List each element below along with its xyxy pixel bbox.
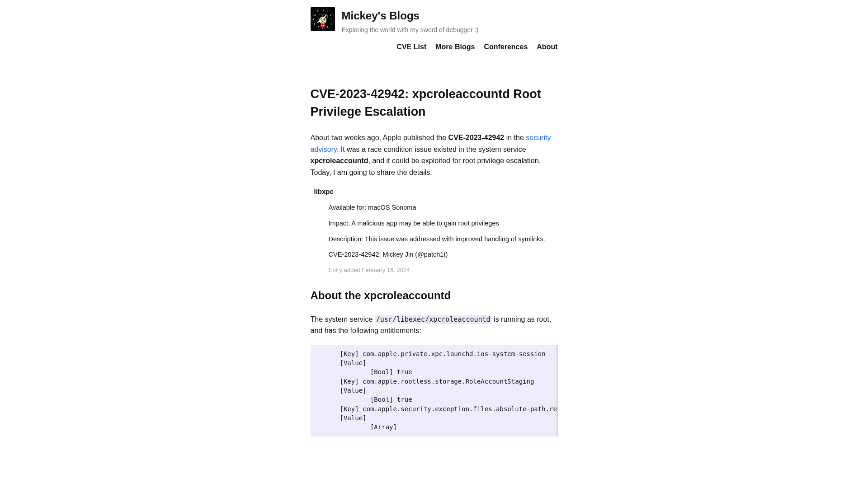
svg-text:12: 12 bbox=[321, 9, 324, 12]
article: CVE-2023-42942: xpcroleaccountd Root Pri… bbox=[311, 85, 558, 436]
system-service-path: /usr/libexec/xpcroleaccountd bbox=[375, 315, 492, 324]
svg-text:7: 7 bbox=[317, 26, 319, 28]
advisory-entry-added: Entry added February 16, 2024 bbox=[311, 266, 558, 275]
system-service-paragraph: The system service /usr/libexec/xpcrolea… bbox=[311, 314, 558, 337]
svg-text:2: 2 bbox=[330, 14, 331, 16]
nav-cve-list[interactable]: CVE List bbox=[396, 42, 426, 52]
intro-text-mid: in the bbox=[504, 134, 526, 141]
intro-paragraph: About two weeks ago, Apple published the… bbox=[311, 132, 558, 178]
site-logo[interactable]: 12 1 2 3 4 5 6 7 8 9 10 11 bbox=[311, 7, 335, 31]
system-service-pre: The system service bbox=[311, 315, 375, 323]
svg-text:8: 8 bbox=[314, 23, 315, 25]
advisory-box: libxpc Available for: macOS Sonoma Impac… bbox=[311, 187, 558, 275]
intro-cve-bold: CVE-2023-42942 bbox=[448, 134, 505, 141]
svg-point-22 bbox=[323, 25, 324, 26]
entitlements-code-block: [Key] com.apple.private.xpc.launchd.ios-… bbox=[311, 345, 558, 436]
intro-service-bold: xpcroleaccountd bbox=[311, 157, 368, 164]
nav-more-blogs[interactable]: More Blogs bbox=[435, 42, 475, 52]
article-body: About two weeks ago, Apple published the… bbox=[311, 132, 558, 436]
svg-rect-20 bbox=[321, 24, 325, 28]
main-nav: CVE List More Blogs Conferences About bbox=[311, 42, 558, 58]
mickey-clock-icon: 12 1 2 3 4 5 6 7 8 9 10 11 bbox=[311, 7, 335, 31]
svg-text:11: 11 bbox=[317, 10, 320, 13]
svg-point-19 bbox=[322, 21, 323, 22]
advisory-available-for: Available for: macOS Sonoma bbox=[311, 203, 558, 213]
advisory-credit: CVE-2023-42942: Mickey Jin (@patch1t) bbox=[311, 250, 558, 260]
svg-text:3: 3 bbox=[331, 18, 332, 21]
advisory-heading: libxpc bbox=[311, 187, 558, 197]
section-heading-about: About the xpcroleaccountd bbox=[311, 287, 558, 304]
svg-text:9: 9 bbox=[312, 18, 314, 21]
intro-text-after-link: . It was a race condition issue existed … bbox=[337, 145, 526, 153]
site-info: Mickey's Blogs Exploring the world with … bbox=[342, 7, 479, 35]
svg-text:1: 1 bbox=[326, 10, 328, 13]
nav-about[interactable]: About bbox=[537, 42, 557, 52]
advisory-description: Description: This issue was addressed wi… bbox=[311, 235, 558, 244]
svg-text:4: 4 bbox=[330, 23, 331, 25]
site-header: 12 1 2 3 4 5 6 7 8 9 10 11 bbox=[311, 7, 558, 35]
nav-conferences[interactable]: Conferences bbox=[484, 42, 528, 52]
intro-text-pre: About two weeks ago, Apple published the bbox=[311, 134, 448, 141]
svg-point-21 bbox=[321, 25, 322, 26]
svg-text:10: 10 bbox=[313, 14, 316, 16]
site-title[interactable]: Mickey's Blogs bbox=[342, 8, 479, 24]
site-tagline: Exploring the world with my sword of deb… bbox=[342, 25, 479, 35]
advisory-impact: Impact: A malicious app may be able to g… bbox=[311, 219, 558, 229]
article-title: CVE-2023-42942: xpcroleaccountd Root Pri… bbox=[311, 85, 558, 121]
svg-text:5: 5 bbox=[326, 26, 328, 28]
